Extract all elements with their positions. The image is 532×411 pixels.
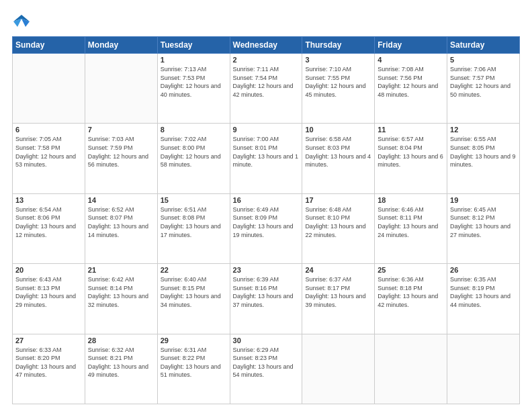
header xyxy=(12,12,520,31)
day-info: Sunrise: 6:35 AM Sunset: 8:19 PM Dayligh… xyxy=(450,275,517,309)
calendar-cell: 27Sunrise: 6:33 AM Sunset: 8:20 PM Dayli… xyxy=(13,334,85,404)
day-info: Sunrise: 6:42 AM Sunset: 8:14 PM Dayligh… xyxy=(88,275,154,309)
calendar-cell: 28Sunrise: 6:32 AM Sunset: 8:21 PM Dayli… xyxy=(85,334,157,404)
day-number: 21 xyxy=(88,266,154,274)
day-number: 4 xyxy=(378,56,444,64)
calendar-week-2: 6Sunrise: 7:05 AM Sunset: 7:58 PM Daylig… xyxy=(13,124,520,193)
calendar-cell xyxy=(375,334,447,404)
calendar-cell xyxy=(85,54,157,124)
day-info: Sunrise: 6:29 AM Sunset: 8:23 PM Dayligh… xyxy=(233,346,300,379)
calendar-cell: 15Sunrise: 6:51 AM Sunset: 8:08 PM Dayli… xyxy=(157,193,230,263)
calendar-cell: 30Sunrise: 6:29 AM Sunset: 8:23 PM Dayli… xyxy=(230,334,302,404)
day-number: 25 xyxy=(378,266,444,274)
day-number: 15 xyxy=(161,196,227,204)
weekday-header-monday: Monday xyxy=(85,37,157,54)
calendar-cell: 23Sunrise: 6:39 AM Sunset: 8:16 PM Dayli… xyxy=(230,264,302,334)
calendar-cell: 7Sunrise: 7:03 AM Sunset: 7:59 PM Daylig… xyxy=(85,124,157,193)
day-number: 3 xyxy=(305,56,371,64)
day-info: Sunrise: 6:54 AM Sunset: 8:06 PM Dayligh… xyxy=(15,205,82,239)
calendar-cell: 20Sunrise: 6:43 AM Sunset: 8:13 PM Dayli… xyxy=(13,264,85,334)
day-number: 16 xyxy=(233,196,300,204)
day-number: 8 xyxy=(161,126,227,134)
calendar-cell xyxy=(13,54,85,124)
day-number: 11 xyxy=(378,126,444,134)
day-number: 17 xyxy=(305,196,371,204)
day-info: Sunrise: 6:52 AM Sunset: 8:07 PM Dayligh… xyxy=(88,205,154,239)
weekday-header-tuesday: Tuesday xyxy=(157,37,230,54)
day-info: Sunrise: 7:00 AM Sunset: 8:01 PM Dayligh… xyxy=(233,135,300,169)
day-number: 18 xyxy=(378,196,444,204)
calendar-cell: 14Sunrise: 6:52 AM Sunset: 8:07 PM Dayli… xyxy=(85,193,157,263)
calendar-cell: 22Sunrise: 6:40 AM Sunset: 8:15 PM Dayli… xyxy=(157,264,230,334)
day-number: 20 xyxy=(15,266,82,274)
day-number: 22 xyxy=(161,266,227,274)
day-number: 26 xyxy=(450,266,517,274)
day-info: Sunrise: 6:32 AM Sunset: 8:21 PM Dayligh… xyxy=(88,346,154,379)
day-number: 30 xyxy=(233,336,300,345)
weekday-header-thursday: Thursday xyxy=(302,37,375,54)
day-info: Sunrise: 7:08 AM Sunset: 7:56 PM Dayligh… xyxy=(378,65,444,99)
day-number: 14 xyxy=(88,196,154,204)
day-number: 19 xyxy=(450,196,517,204)
day-number: 28 xyxy=(88,336,154,345)
calendar-cell: 25Sunrise: 6:36 AM Sunset: 8:18 PM Dayli… xyxy=(375,264,447,334)
calendar-cell: 1Sunrise: 7:13 AM Sunset: 7:53 PM Daylig… xyxy=(157,54,230,124)
day-number: 6 xyxy=(15,126,82,134)
calendar-week-4: 20Sunrise: 6:43 AM Sunset: 8:13 PM Dayli… xyxy=(13,264,520,334)
day-info: Sunrise: 7:05 AM Sunset: 7:58 PM Dayligh… xyxy=(15,135,82,169)
calendar-week-1: 1Sunrise: 7:13 AM Sunset: 7:53 PM Daylig… xyxy=(13,54,520,124)
day-number: 7 xyxy=(88,126,154,134)
day-info: Sunrise: 6:31 AM Sunset: 8:22 PM Dayligh… xyxy=(161,346,227,379)
day-info: Sunrise: 6:55 AM Sunset: 8:05 PM Dayligh… xyxy=(450,135,517,169)
calendar-week-3: 13Sunrise: 6:54 AM Sunset: 8:06 PM Dayli… xyxy=(13,193,520,263)
calendar-cell: 19Sunrise: 6:45 AM Sunset: 8:12 PM Dayli… xyxy=(447,193,520,263)
day-number: 9 xyxy=(233,126,300,134)
day-number: 27 xyxy=(15,336,82,345)
day-info: Sunrise: 7:10 AM Sunset: 7:55 PM Dayligh… xyxy=(305,65,371,99)
calendar-cell: 16Sunrise: 6:49 AM Sunset: 8:09 PM Dayli… xyxy=(230,193,302,263)
calendar-cell: 26Sunrise: 6:35 AM Sunset: 8:19 PM Dayli… xyxy=(447,264,520,334)
day-number: 10 xyxy=(305,126,371,134)
day-number: 23 xyxy=(233,266,300,274)
day-info: Sunrise: 6:43 AM Sunset: 8:13 PM Dayligh… xyxy=(15,275,82,309)
weekday-header-row: SundayMondayTuesdayWednesdayThursdayFrid… xyxy=(13,37,520,54)
calendar-week-5: 27Sunrise: 6:33 AM Sunset: 8:20 PM Dayli… xyxy=(13,334,520,404)
day-info: Sunrise: 6:40 AM Sunset: 8:15 PM Dayligh… xyxy=(161,275,227,309)
day-info: Sunrise: 7:06 AM Sunset: 7:57 PM Dayligh… xyxy=(450,65,517,99)
day-info: Sunrise: 6:46 AM Sunset: 8:11 PM Dayligh… xyxy=(378,205,444,239)
day-info: Sunrise: 6:58 AM Sunset: 8:03 PM Dayligh… xyxy=(305,135,371,169)
calendar-cell: 4Sunrise: 7:08 AM Sunset: 7:56 PM Daylig… xyxy=(375,54,447,124)
calendar-cell: 24Sunrise: 6:37 AM Sunset: 8:17 PM Dayli… xyxy=(302,264,375,334)
calendar-cell: 29Sunrise: 6:31 AM Sunset: 8:22 PM Dayli… xyxy=(157,334,230,404)
day-info: Sunrise: 6:51 AM Sunset: 8:08 PM Dayligh… xyxy=(161,205,227,239)
calendar-cell: 10Sunrise: 6:58 AM Sunset: 8:03 PM Dayli… xyxy=(302,124,375,193)
day-number: 29 xyxy=(161,336,227,345)
calendar-cell xyxy=(302,334,375,404)
logo-icon xyxy=(12,12,31,31)
calendar-cell: 13Sunrise: 6:54 AM Sunset: 8:06 PM Dayli… xyxy=(13,193,85,263)
calendar-cell: 6Sunrise: 7:05 AM Sunset: 7:58 PM Daylig… xyxy=(13,124,85,193)
calendar-cell: 3Sunrise: 7:10 AM Sunset: 7:55 PM Daylig… xyxy=(302,54,375,124)
calendar-table: SundayMondayTuesdayWednesdayThursdayFrid… xyxy=(12,36,520,404)
weekday-header-wednesday: Wednesday xyxy=(230,37,302,54)
day-info: Sunrise: 6:49 AM Sunset: 8:09 PM Dayligh… xyxy=(233,205,300,239)
day-info: Sunrise: 6:45 AM Sunset: 8:12 PM Dayligh… xyxy=(450,205,517,239)
day-info: Sunrise: 6:39 AM Sunset: 8:16 PM Dayligh… xyxy=(233,275,300,309)
calendar-cell: 8Sunrise: 7:02 AM Sunset: 8:00 PM Daylig… xyxy=(157,124,230,193)
day-info: Sunrise: 6:48 AM Sunset: 8:10 PM Dayligh… xyxy=(305,205,371,239)
weekday-header-sunday: Sunday xyxy=(13,37,85,54)
svg-marker-0 xyxy=(13,15,30,21)
page: SundayMondayTuesdayWednesdayThursdayFrid… xyxy=(0,0,532,411)
day-info: Sunrise: 6:37 AM Sunset: 8:17 PM Dayligh… xyxy=(305,275,371,309)
day-number: 2 xyxy=(233,56,300,64)
weekday-header-friday: Friday xyxy=(375,37,447,54)
day-info: Sunrise: 7:02 AM Sunset: 8:00 PM Dayligh… xyxy=(161,135,227,169)
calendar-cell: 17Sunrise: 6:48 AM Sunset: 8:10 PM Dayli… xyxy=(302,193,375,263)
day-info: Sunrise: 6:33 AM Sunset: 8:20 PM Dayligh… xyxy=(15,346,82,379)
day-info: Sunrise: 7:11 AM Sunset: 7:54 PM Dayligh… xyxy=(233,65,300,99)
logo xyxy=(12,12,34,31)
calendar-cell: 12Sunrise: 6:55 AM Sunset: 8:05 PM Dayli… xyxy=(447,124,520,193)
weekday-header-saturday: Saturday xyxy=(447,37,520,54)
calendar-cell: 11Sunrise: 6:57 AM Sunset: 8:04 PM Dayli… xyxy=(375,124,447,193)
day-number: 5 xyxy=(450,56,517,64)
